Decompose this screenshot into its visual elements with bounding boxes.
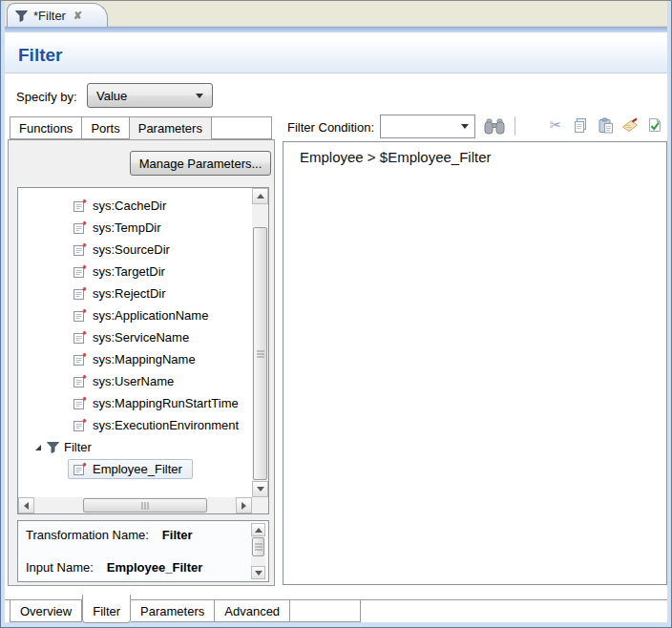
filter-condition-dropdown[interactable]: [380, 115, 475, 138]
scrollbar-thumb[interactable]: [252, 537, 264, 556]
app-window: *Filter ✘ Filter Specify by: Value Funct…: [0, 0, 672, 628]
page-title: Filter: [18, 45, 62, 66]
paste-icon: [598, 117, 614, 134]
tree-item-label: sys:TempDir: [93, 220, 161, 235]
parameter-icon: [73, 308, 88, 323]
chevron-down-icon: [196, 94, 203, 98]
transformation-name-label: Transformation Name:: [26, 528, 149, 542]
tree-item-label: sys:RejectDir: [93, 286, 166, 301]
tree-item[interactable]: sys:SourceDir: [18, 239, 252, 261]
expression-editor[interactable]: Employee > $Employee_Filter: [283, 141, 667, 585]
scroll-down-button[interactable]: [251, 566, 265, 579]
tree-item[interactable]: sys:MappingName: [18, 348, 252, 370]
tree-vertical-scrollbar[interactable]: [252, 188, 268, 497]
tab-parameters-label: Parameters: [138, 121, 202, 136]
tab-functions-label: Functions: [19, 121, 73, 136]
tree-item-label: sys:CacheDir: [93, 199, 166, 213]
tree-item[interactable]: sys:ExecutionEnvironment: [18, 414, 252, 436]
parameter-icon: [73, 374, 88, 388]
scroll-up-button[interactable]: [251, 523, 265, 536]
tab-overview[interactable]: Overview: [10, 600, 82, 622]
tree-item[interactable]: sys:CacheDir: [18, 195, 252, 217]
tab-filter[interactable]: Filter: [82, 595, 131, 623]
scroll-down-button[interactable]: [252, 481, 268, 497]
paste-button[interactable]: [597, 116, 614, 134]
input-name-label: Input Name:: [26, 560, 94, 575]
tab-advanced[interactable]: Advanced: [215, 600, 290, 622]
tree-expander-icon[interactable]: [33, 443, 43, 452]
specify-by-dropdown[interactable]: Value: [87, 83, 213, 108]
arrow-up-icon: [255, 528, 262, 533]
tab-functions[interactable]: Functions: [10, 116, 82, 139]
tree-item[interactable]: sys:UserName: [18, 370, 252, 392]
tree-item[interactable]: sys:ApplicationName: [18, 304, 252, 326]
close-icon[interactable]: ✘: [74, 10, 82, 22]
editor-tab-label: *Filter: [33, 9, 66, 23]
parameter-icon: [73, 330, 88, 345]
tab-parameters[interactable]: Parameters: [130, 116, 212, 140]
parameter-icon: [73, 462, 88, 476]
tab-ports[interactable]: Ports: [82, 116, 129, 139]
arrow-right-icon: [242, 502, 246, 510]
input-name-row: Input Name:Employee_Filter: [26, 560, 202, 575]
scrollbar-thumb[interactable]: [83, 498, 207, 513]
arrow-down-icon: [255, 571, 262, 576]
format-brush-icon: [621, 117, 639, 134]
parameter-icon: [73, 199, 88, 213]
toolbar-separator: [514, 116, 515, 136]
tree-item[interactable]: sys:MappingRunStartTime: [18, 392, 252, 414]
arrow-down-icon: [257, 487, 264, 492]
editor-area: *Filter ✘ Filter Specify by: Value Funct…: [5, 1, 667, 622]
parameter-icon: [73, 242, 88, 257]
tree-group-filter[interactable]: Filter: [18, 436, 252, 458]
tree-item-selected[interactable]: Employee_Filter: [18, 458, 252, 480]
transformation-name-row: Transformation Name:Filter: [26, 528, 193, 542]
tree-horizontal-scrollbar[interactable]: [18, 497, 252, 513]
scroll-left-button[interactable]: [18, 497, 34, 513]
editor-tab-filter[interactable]: *Filter ✘: [7, 3, 108, 27]
tree-group-label: Filter: [64, 440, 92, 454]
main-content: Filter Specify by: Value Functions Ports…: [5, 32, 667, 622]
scroll-right-button[interactable]: [236, 497, 252, 513]
tab-parameters-bottom[interactable]: Parameters: [131, 600, 215, 622]
tree-item[interactable]: sys:ServiceName: [18, 326, 252, 348]
thumb-grip: [145, 502, 146, 510]
bottom-tab-bar: Overview Filter Parameters Advanced: [5, 599, 667, 622]
expression-toolbar: ✂: [547, 116, 663, 134]
scroll-up-button[interactable]: [252, 188, 268, 204]
validate-expression-button[interactable]: [646, 116, 663, 134]
filter-funnel-icon: [15, 10, 28, 22]
tab-filter-label: Filter: [93, 604, 120, 618]
info-scrollbar[interactable]: [251, 523, 265, 579]
cut-button[interactable]: ✂: [547, 116, 564, 134]
manage-parameters-button[interactable]: Manage Parameters...: [130, 151, 271, 176]
selected-item-box[interactable]: Employee_Filter: [68, 459, 193, 479]
parameter-tree: sys:CacheDir sys:TempDir sys:SourceDir: [17, 187, 269, 514]
parameter-info-panel: Transformation Name:Filter Input Name:Em…: [17, 520, 269, 582]
tree-item[interactable]: sys:RejectDir: [18, 283, 252, 304]
arrow-up-icon: [257, 194, 264, 199]
tree-item-label: sys:MappingName: [93, 352, 196, 366]
tree-item-label: sys:ExecutionEnvironment: [93, 418, 239, 432]
scrollbar-thumb[interactable]: [253, 227, 267, 480]
format-expression-button[interactable]: [621, 116, 639, 134]
copy-button[interactable]: [572, 116, 589, 134]
filter-condition-label: Filter Condition:: [287, 120, 374, 135]
tab-parameters-bottom-label: Parameters: [140, 604, 204, 618]
filter-funnel-icon: [47, 441, 59, 453]
tree-item[interactable]: sys:TargetDir: [18, 261, 252, 283]
tree-rows: sys:CacheDir sys:TempDir sys:SourceDir: [18, 188, 252, 497]
tab-overview-label: Overview: [20, 604, 72, 618]
input-name-value: Employee_Filter: [107, 560, 202, 575]
chevron-down-icon: [461, 124, 469, 129]
tree-item-label: sys:TargetDir: [93, 264, 165, 279]
specify-by-label: Specify by:: [16, 90, 77, 104]
tree-item[interactable]: sys:TempDir: [18, 217, 252, 239]
thumb-grip: [255, 547, 262, 548]
browse-expression-button[interactable]: [482, 115, 507, 137]
tree-item-label: sys:SourceDir: [93, 242, 170, 257]
copy-icon: [573, 117, 589, 134]
tab-spacer: [290, 600, 361, 622]
specify-by-value: Value: [96, 89, 127, 103]
parameter-icon: [73, 220, 88, 235]
